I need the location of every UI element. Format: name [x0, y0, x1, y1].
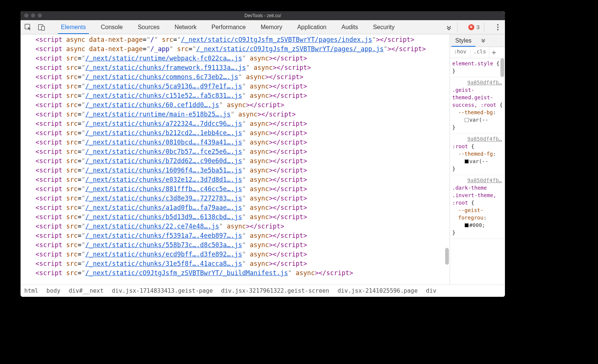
dom-node-script[interactable]: <script src="/_next/static/chunks/c3d8e3…: [36, 194, 450, 203]
svg-point-5: [497, 29, 499, 30]
toolbar: ElementsConsoleSourcesNetworkPerformance…: [21, 20, 505, 34]
styles-more-chevron-icon[interactable]: [477, 37, 490, 44]
dom-node-script[interactable]: <script src="/_next/static/chunks/0810bc…: [36, 138, 450, 147]
styles-panel: Styles :hov .cls + element.style {}9a850…: [450, 34, 505, 284]
dom-node-script[interactable]: <script src="/_next/static/runtime/main-…: [36, 110, 450, 119]
dom-tree[interactable]: <script async data-next-page="/" src="/_…: [21, 34, 450, 278]
dom-node-script[interactable]: <script src="/_next/static/chunks/b72dd6…: [36, 156, 450, 166]
dom-node-script[interactable]: <script src="/_next/static/chunks/558b73…: [36, 240, 450, 250]
dom-node-script[interactable]: <script async data-next-page="/" src="/_…: [36, 35, 450, 44]
device-toggle-icon[interactable]: [37, 23, 46, 32]
dom-node-script[interactable]: <script src="/_next/static/chunks/common…: [36, 72, 450, 82]
breadcrumb-item[interactable]: html: [24, 287, 38, 294]
dom-node-script[interactable]: <script src="/_next/static/chunks/b212cd…: [36, 128, 450, 138]
dom-node-script[interactable]: <script src="/_next/static/chunks/framew…: [36, 63, 450, 72]
close-icon[interactable]: [24, 13, 28, 18]
dom-node-script[interactable]: <script src="/_next/static/chunks/c151e5…: [36, 91, 450, 100]
svg-point-4: [497, 27, 499, 28]
dom-node-script[interactable]: <script src="/_next/static/chunks/e032e1…: [36, 175, 450, 184]
window-title: DevTools - zeit.co/: [244, 13, 281, 18]
minimize-icon[interactable]: [31, 13, 35, 18]
dom-node-script[interactable]: <script src="/_next/static/chunks/b5d13d…: [36, 212, 450, 222]
errors-indicator[interactable]: ✕ 3: [464, 24, 484, 30]
breadcrumb-item[interactable]: div.jsx-2141025596.page: [337, 287, 418, 294]
style-rule[interactable]: 9a850df4fb…:root {--themed-fg: var(--}: [451, 134, 503, 175]
zoom-icon[interactable]: [38, 13, 42, 18]
titlebar: DevTools - zeit.co/: [21, 11, 505, 20]
cls-toggle[interactable]: .cls: [471, 47, 490, 58]
breadcrumb-item[interactable]: div: [426, 287, 437, 294]
tab-sources[interactable]: Sources: [130, 20, 167, 34]
tab-network[interactable]: Network: [167, 20, 204, 34]
svg-point-3: [497, 24, 499, 25]
tab-audits[interactable]: Audits: [334, 20, 365, 34]
dom-node-script[interactable]: <script src="/_next/static/chunks/f5391a…: [36, 231, 450, 240]
dom-node-script[interactable]: <script src="/_next/static/chunks/22.ce7…: [36, 222, 450, 231]
svg-rect-2: [41, 26, 44, 30]
tab-security[interactable]: Security: [366, 20, 402, 34]
tab-console[interactable]: Console: [93, 20, 130, 34]
tab-memory[interactable]: Memory: [253, 20, 290, 34]
styles-tab[interactable]: Styles: [450, 34, 477, 47]
dom-node-script[interactable]: <script src="/_next/static/chunks/a72232…: [36, 119, 450, 128]
dom-node-script[interactable]: <script src="/_next/static/runtime/webpa…: [36, 54, 450, 63]
style-rules[interactable]: element.style {}9a850df4fb….geist-themed…: [450, 58, 505, 284]
inspect-icon[interactable]: [24, 23, 33, 32]
settings-kebab-icon[interactable]: [491, 20, 505, 34]
tab-performance[interactable]: Performance: [204, 20, 253, 34]
elements-scrollbar[interactable]: [444, 34, 450, 284]
error-count: 3: [477, 24, 480, 30]
breadcrumb[interactable]: htmlbodydiv#__nextdiv.jsx-1714833413.gei…: [21, 284, 505, 297]
dom-node-script[interactable]: <script src="/_next/static/cO9JtgJsfm_zS…: [36, 268, 450, 278]
dom-node-script[interactable]: <script src="/_next/static/chunks/5ca913…: [36, 82, 450, 91]
dom-node-script[interactable]: <script src="/_next/static/chunks/0bc7b5…: [36, 147, 450, 156]
more-tabs-chevron-icon[interactable]: [441, 20, 457, 34]
tab-elements[interactable]: Elements: [53, 20, 93, 34]
dom-node-script[interactable]: <script src="/_next/static/chunks/31e5f8…: [36, 259, 450, 268]
styles-scrollbar[interactable]: [500, 34, 505, 284]
breadcrumb-item[interactable]: body: [46, 287, 60, 294]
dom-node-script[interactable]: <script src="/_next/static/chunks/60.cef…: [36, 100, 450, 110]
tab-application[interactable]: Application: [290, 20, 334, 34]
devtools-window: DevTools - zeit.co/ ElementsConsoleSourc…: [21, 11, 505, 297]
panel-tabs: ElementsConsoleSourcesNetworkPerformance…: [53, 20, 441, 34]
dom-node-script[interactable]: <script src="/_next/static/chunks/a1ad0f…: [36, 203, 450, 212]
breadcrumb-item[interactable]: div.jsx-1714833413.geist-page: [112, 287, 213, 294]
hov-toggle[interactable]: :hov: [450, 47, 471, 58]
new-rule-button[interactable]: +: [489, 47, 498, 58]
breadcrumb-item[interactable]: div.jsx-3217961322.geist-screen: [221, 287, 329, 294]
style-rule[interactable]: 9a850df4fb….dark-theme .invert-theme, :r…: [451, 175, 503, 239]
elements-panel[interactable]: <script async data-next-page="/" src="/_…: [21, 34, 450, 284]
dom-node-script[interactable]: <script src="/_next/static/chunks/16096f…: [36, 166, 450, 175]
dom-node-script[interactable]: <script src="/_next/static/chunks/ecd9bf…: [36, 250, 450, 259]
breadcrumb-item[interactable]: div#__next: [69, 287, 104, 294]
style-rule[interactable]: element.style {}: [451, 59, 503, 77]
traffic-lights[interactable]: [24, 13, 42, 18]
dom-node-script[interactable]: <script async data-next-page="/_app" src…: [36, 44, 450, 54]
dom-node-script[interactable]: <script src="/_next/static/chunks/881fff…: [36, 184, 450, 194]
style-rule[interactable]: 9a850df4fb….geist-themed.geist-success, …: [451, 77, 503, 134]
error-icon: ✕: [468, 24, 474, 30]
